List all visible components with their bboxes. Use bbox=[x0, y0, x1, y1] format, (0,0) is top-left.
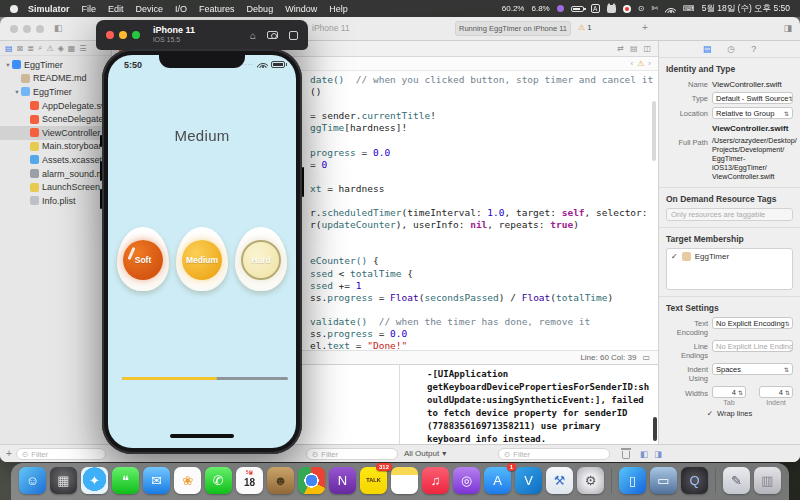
tags-input[interactable]: Only resources are taggable bbox=[666, 208, 793, 221]
close-button[interactable] bbox=[10, 25, 18, 33]
indent-width-stepper[interactable]: 4 ⇅ bbox=[759, 386, 793, 398]
menu-item-edit[interactable]: Edit bbox=[108, 4, 124, 14]
variables-panel-toggle-icon[interactable]: ◧ bbox=[640, 449, 648, 459]
forward-issue-icon[interactable]: › bbox=[648, 59, 651, 68]
fullpath-value[interactable]: /Users/crazydeer/Desktop/ Projects/Devel… bbox=[712, 136, 797, 181]
line-col-indicator[interactable]: Line: 60 Col: 39 bbox=[580, 353, 636, 362]
console-panel-toggle-icon[interactable]: ◨ bbox=[654, 449, 662, 459]
location-file[interactable]: ViewController.swift bbox=[712, 122, 788, 133]
navigator-filter-field[interactable]: ⊙ Filter bbox=[16, 448, 106, 460]
find-navigator-icon[interactable]: ⌕ bbox=[38, 43, 42, 53]
test-navigator-icon[interactable]: ◈ bbox=[58, 44, 64, 53]
minimap-icon[interactable]: ▤ bbox=[630, 44, 638, 53]
dock-kakaotalk[interactable]: TALK312 bbox=[360, 467, 387, 494]
screen-record-icon[interactable]: ⊙ bbox=[638, 4, 645, 13]
history-inspector-tab-icon[interactable]: ◷ bbox=[727, 44, 735, 54]
dock-calendar[interactable]: 5월18 bbox=[236, 467, 263, 494]
console-filter-field[interactable]: ⊙ Filter bbox=[498, 448, 610, 460]
menu-item-window[interactable]: Window bbox=[285, 4, 317, 14]
editor-options-icon[interactable]: ▭ bbox=[642, 353, 650, 362]
related-items-icon[interactable]: ⇄ bbox=[617, 44, 624, 53]
target-row[interactable]: ✓ EggTimer bbox=[671, 252, 788, 261]
lineendings-select[interactable]: No Explicit Line Endings ⇅ bbox=[712, 340, 793, 352]
inspector-toggle-icon[interactable]: ◨ bbox=[783, 23, 792, 33]
console-scrollbar[interactable] bbox=[653, 417, 657, 441]
menu-item-io[interactable]: I/O bbox=[175, 4, 187, 14]
cat-app-icon[interactable] bbox=[607, 5, 616, 13]
keyboard-icon[interactable]: ⌨ bbox=[683, 4, 695, 13]
name-value[interactable]: ViewController.swift bbox=[712, 78, 782, 89]
file-row-launchscreen-storyboard[interactable]: LaunchScreen.storyboard bbox=[0, 180, 111, 194]
file-row-assets-xcassets[interactable]: Assets.xcassets bbox=[0, 153, 111, 167]
battery-icon[interactable] bbox=[571, 6, 584, 12]
help-inspector-tab-icon[interactable]: ? bbox=[751, 44, 756, 54]
dock-notes[interactable] bbox=[391, 467, 418, 494]
cut-tool-icon[interactable]: ✄ bbox=[651, 4, 658, 13]
dock-contacts[interactable]: ☻ bbox=[267, 467, 294, 494]
issue-navigator-icon[interactable]: ⚠ bbox=[46, 44, 53, 53]
run-destination[interactable]: iPhone 11 bbox=[312, 23, 350, 33]
encoding-select[interactable]: No Explicit Encoding ⇅ bbox=[712, 317, 793, 329]
file-row-viewcontroller-swift[interactable]: ViewController.swift bbox=[0, 126, 111, 140]
clear-console-icon[interactable] bbox=[622, 451, 630, 459]
wifi-icon[interactable] bbox=[665, 5, 676, 13]
dock-quicktime[interactable]: Q bbox=[681, 467, 708, 494]
dock-finder[interactable]: ☺ bbox=[19, 467, 46, 494]
input-source-icon[interactable]: A bbox=[591, 4, 600, 13]
cpu-status[interactable]: 6.8% bbox=[531, 4, 549, 13]
dock-photo-booth[interactable]: ▭ bbox=[650, 467, 677, 494]
dock-facetime[interactable]: ✆ bbox=[205, 467, 232, 494]
warning-count[interactable]: ⚠ 1 bbox=[578, 23, 592, 32]
app-status-icon[interactable] bbox=[557, 5, 564, 12]
disclosure-icon[interactable]: ▾ bbox=[13, 88, 21, 96]
save-screen-icon[interactable] bbox=[289, 31, 298, 40]
menu-item-device[interactable]: Device bbox=[136, 4, 164, 14]
egg-medium-button[interactable]: Medium bbox=[176, 227, 228, 291]
file-row-readme-md[interactable]: README.md bbox=[0, 72, 111, 86]
menu-item-debug[interactable]: Debug bbox=[247, 4, 274, 14]
dock-system-preferences[interactable]: ⚙ bbox=[577, 467, 604, 494]
symbol-navigator-icon[interactable]: ≣ bbox=[27, 44, 34, 53]
dock-appstore[interactable]: A1 bbox=[484, 467, 511, 494]
issue-warning-icon[interactable]: ⚠ bbox=[637, 59, 644, 68]
navigator-toggle-icon[interactable]: ◧ bbox=[54, 23, 63, 33]
add-editor-icon[interactable]: ◫ bbox=[643, 44, 651, 53]
location-select[interactable]: Relative to Group ⇅ bbox=[712, 107, 793, 119]
egg-soft-button[interactable]: Soft bbox=[117, 227, 169, 291]
breakpoint-navigator-icon[interactable]: ☰ bbox=[79, 44, 86, 53]
close-button[interactable] bbox=[106, 31, 114, 39]
indent-select[interactable]: Spaces ⇅ bbox=[712, 363, 793, 375]
dock-xcode[interactable]: ⚒ bbox=[546, 467, 573, 494]
dock-onenote[interactable]: N bbox=[329, 467, 356, 494]
checkbox-checked-icon[interactable]: ✓ bbox=[671, 252, 678, 261]
dock-launchpad[interactable]: ▦ bbox=[50, 467, 77, 494]
dock-podcasts[interactable]: ◎ bbox=[453, 467, 480, 494]
menu-clock[interactable]: 5월 18일 (수) 오후 5:50 bbox=[702, 3, 790, 15]
tab-width-stepper[interactable]: 4 ⇅ bbox=[712, 386, 746, 398]
dock-vscode[interactable]: V bbox=[515, 467, 542, 494]
editor-scrollbar[interactable] bbox=[652, 101, 656, 161]
file-row-eggtimer[interactable]: ▾EggTimer bbox=[0, 58, 111, 72]
dock-documents-folder[interactable]: ✎ bbox=[723, 467, 750, 494]
add-file-button[interactable]: + bbox=[6, 448, 12, 459]
apple-menu-icon[interactable] bbox=[10, 5, 18, 13]
wrap-lines-checkbox[interactable]: ✓ Wrap lines bbox=[666, 409, 793, 418]
project-navigator-icon[interactable]: ▤ bbox=[5, 44, 13, 53]
file-row-alarm-sound-mp3[interactable]: alarm_sound.mp3 bbox=[0, 167, 111, 181]
dock-mail[interactable]: ✉ bbox=[143, 467, 170, 494]
console-scope-select[interactable]: All Output ▾ bbox=[404, 449, 446, 458]
add-button[interactable]: + bbox=[642, 22, 648, 33]
file-row-eggtimer[interactable]: ▾EggTimer bbox=[0, 85, 111, 99]
file-row-appdelegate-swift[interactable]: AppDelegate.swift bbox=[0, 99, 111, 113]
dock-trash[interactable]: ▥ bbox=[754, 467, 781, 494]
recorder-app-icon[interactable] bbox=[623, 5, 631, 13]
menu-item-file[interactable]: File bbox=[82, 4, 97, 14]
source-control-icon[interactable]: ⊠ bbox=[17, 44, 24, 53]
back-issue-icon[interactable]: ‹ bbox=[630, 59, 633, 68]
zoom-button[interactable] bbox=[132, 31, 140, 39]
home-indicator[interactable] bbox=[170, 434, 234, 438]
menu-item-simulator[interactable]: Simulator bbox=[28, 4, 70, 14]
minimize-button[interactable] bbox=[119, 31, 127, 39]
variables-filter-field[interactable]: ⊙ Filter bbox=[306, 448, 398, 460]
egg-hard-button[interactable]: Hard bbox=[235, 227, 287, 291]
